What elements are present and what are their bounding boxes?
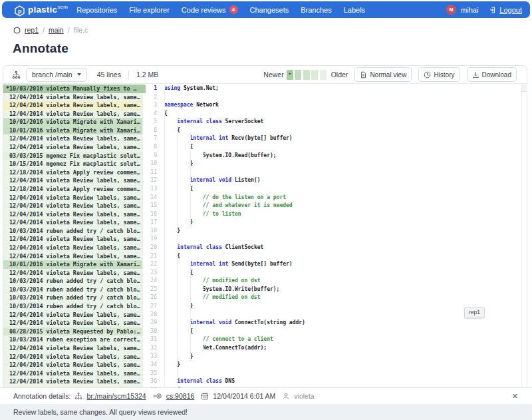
history-button[interactable]: History: [418, 67, 460, 82]
line-number: 2: [143, 93, 157, 102]
nav-item-labels[interactable]: Labels: [344, 6, 365, 14]
line-number: 10: [143, 160, 157, 168]
annotation-row[interactable]: 10/15/2014 mgomez Fix macplastic solut…: [3, 160, 142, 168]
code-line: System.IO.Write(buffer);: [161, 286, 521, 294]
indent-guide: [177, 235, 178, 244]
code-line: internal void ConnectTo(string addr): [161, 319, 521, 327]
indent-guide: [177, 152, 178, 160]
nav-item-file-explorer[interactable]: File explorer: [129, 6, 170, 14]
indent-guide: [177, 319, 178, 327]
annotation-row[interactable]: 10/03/2014 ruben added try / catch blo…: [3, 294, 142, 302]
annotation-row[interactable]: 12/04/2014 violeta Review labels, same…: [3, 93, 142, 102]
indent-guide: [177, 194, 178, 202]
indent-guide: [190, 286, 191, 294]
code-line: {: [161, 185, 521, 194]
line-number: 25: [143, 286, 157, 294]
annotation-row[interactable]: 12/04/2014 violeta Review labels, same…: [3, 361, 142, 369]
code-line: }: [161, 227, 521, 236]
branch-tree-icon: [74, 392, 82, 400]
annotation-row[interactable]: 03/03/2015 mgomez Fix macplastic solut…: [3, 152, 142, 160]
legend-square: *: [287, 70, 293, 80]
annotation-row[interactable]: 12/04/2014 violeta Review labels, same…: [3, 194, 142, 202]
indent-guide: [177, 160, 178, 168]
close-icon[interactable]: ✕: [512, 392, 518, 400]
annotation-row[interactable]: 12/18/2014 violeta Apply review commen…: [3, 168, 142, 177]
annotation-row[interactable]: 12/04/2014 violeta Review labels, same…: [3, 143, 142, 152]
indent-guide: [177, 302, 178, 311]
indent-guide: [177, 185, 178, 194]
indent-guide: [177, 286, 178, 294]
annotation-row[interactable]: 12/04/2014 violeta Review labels, same…: [3, 110, 142, 118]
indent-guide: [203, 344, 203, 353]
logo[interactable]: p plasticscm: [14, 3, 68, 17]
annotation-row[interactable]: 12/04/2014 violeta Review labels, same…: [3, 269, 142, 278]
indent-guide: [164, 252, 165, 261]
nav-item-repositories[interactable]: Repositories: [76, 6, 117, 14]
line-number: 29: [143, 319, 157, 327]
changeset-comment: Review labels, same changes. All query v…: [13, 408, 188, 416]
annotation-row[interactable]: 10/01/2016 violeta Migrate with Xamari…: [3, 118, 142, 126]
changeset-link[interactable]: cs:90816: [166, 392, 195, 400]
annotation-row[interactable]: 10/01/2016 violeta Migrate with Xamari…: [3, 260, 142, 269]
line-number: 31: [143, 335, 157, 344]
indent-guide: [203, 210, 203, 219]
branch-selector[interactable]: branch /main: [26, 68, 87, 82]
annotation-row[interactable]: 12/04/2014 violeta Review labels, same…: [3, 311, 142, 319]
indent-guide: [190, 335, 191, 344]
indent-guide: [177, 353, 178, 361]
line-number: 19: [143, 235, 157, 244]
indent-guide: [203, 294, 203, 302]
line-number: 17: [143, 218, 157, 227]
breadcrumb-repo[interactable]: rep1: [25, 26, 39, 34]
normal-view-button[interactable]: Normal view: [354, 67, 412, 82]
annotation-row[interactable]: 12/04/2014 violeta Review labels, same…: [3, 319, 142, 327]
code-line: Net.ConnectTo(addr);: [161, 344, 521, 353]
annotation-row[interactable]: 12/04/2014 violeta Review labels, same…: [3, 101, 142, 110]
annotation-row[interactable]: 10/03/2014 ruben added try / catch blo…: [3, 227, 142, 236]
scrollbar-thumb[interactable]: [522, 85, 526, 92]
line-number: 7: [143, 134, 157, 143]
user-avatar[interactable]: M: [446, 5, 456, 15]
annotation-row[interactable]: 10/01/2016 violeta Migrate with Xamari…: [3, 126, 142, 135]
line-number: 8: [143, 143, 157, 152]
annotation-row[interactable]: 12/04/2014 violeta Review labels, same…: [3, 202, 142, 210]
annotation-row[interactable]: 08/28/2015 violeta Requested by Pablo:…: [3, 327, 142, 336]
indent-guide: [203, 194, 203, 202]
annotation-row[interactable]: 10/03/2014 ruben added try / catch blo…: [3, 302, 142, 311]
annotation-row[interactable]: 12/04/2014 violeta Review labels, same…: [3, 244, 142, 252]
breadcrumb-branch[interactable]: main: [49, 26, 64, 34]
indent-guide: [190, 194, 191, 202]
details-author: violeta: [294, 392, 314, 400]
age-legend: Newer * Older: [263, 70, 348, 80]
nav-item-changesets[interactable]: Changesets: [250, 6, 289, 14]
annotation-row[interactable]: 12/04/2014 violeta Review labels, same…: [3, 369, 142, 378]
annotation-row[interactable]: 10/03/2014 ruben added try / catch blo…: [3, 286, 142, 294]
code-line: // do the listen on a port: [161, 194, 521, 202]
annotation-row[interactable]: 12/04/2014 violeta Review labels, same…: [3, 252, 142, 261]
annotation-row[interactable]: 12/04/2014 violeta Review labels, same…: [3, 344, 142, 353]
annotation-row[interactable]: 12/04/2014 violeta Review labels, same…: [3, 218, 142, 227]
logout-button[interactable]: Logout: [489, 6, 522, 14]
nav-item-branches[interactable]: Branches: [301, 6, 331, 14]
branch-link[interactable]: br:/main/scm15324: [86, 392, 146, 400]
annotation-row[interactable]: 12/04/2014 violeta Review labels, same…: [3, 377, 142, 386]
scrollbar-track[interactable]: [521, 85, 522, 387]
code-line: internal int Send(byte[] buffer): [161, 260, 521, 269]
annotation-row[interactable]: 12/04/2014 violeta Review labels, same…: [3, 353, 142, 361]
annotation-details-bar: Annotation details: br:/main/scm15324 cs…: [0, 387, 532, 404]
annotation-row[interactable]: 12/04/2014 violeta Review labels, same…: [3, 235, 142, 244]
annotation-row[interactable]: 12/18/2014 violeta Apply review commen…: [3, 185, 142, 194]
annotation-row[interactable]: 10/03/2014 ruben exception are correct…: [3, 335, 142, 344]
annotation-row[interactable]: *10/03/2016 violeta Manually fixes to …: [3, 85, 142, 93]
annotation-row[interactable]: 10/03/2014 ruben added try / catch blo…: [3, 277, 142, 286]
chevron-down-icon: [77, 73, 81, 76]
nav-item-code-reviews[interactable]: Code reviews4: [182, 5, 238, 14]
repository-icon: [13, 27, 21, 34]
code-line: {: [161, 327, 521, 336]
annotation-row[interactable]: 12/04/2014 violeta Review labels, same…: [3, 210, 142, 219]
line-number: 35: [143, 369, 157, 378]
indent-guide: [164, 126, 165, 135]
annotation-row[interactable]: 12/04/2014 violeta Review labels, same…: [3, 134, 142, 143]
annotation-row[interactable]: 12/04/2014 violeta Review labels, same…: [3, 176, 142, 185]
download-button[interactable]: Download: [467, 67, 517, 82]
